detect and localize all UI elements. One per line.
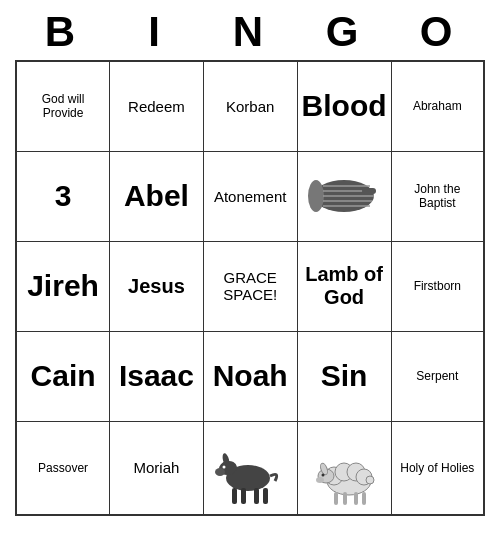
cell-r4-c1: Moriah xyxy=(110,421,204,515)
lamb-icon xyxy=(304,426,384,506)
donkey-icon xyxy=(210,426,290,506)
bingo-title: B I N G O xyxy=(15,0,485,60)
svg-rect-27 xyxy=(343,492,347,505)
svg-point-1 xyxy=(308,180,324,212)
svg-rect-12 xyxy=(232,488,237,504)
svg-rect-26 xyxy=(334,492,338,505)
cell-r1-c4: John the Baptist xyxy=(391,151,484,241)
cell-r0-c1: Redeem xyxy=(110,61,204,151)
svg-point-25 xyxy=(322,473,325,476)
cell-r2-c2: GRACE SPACE! xyxy=(203,241,297,331)
svg-rect-28 xyxy=(354,492,358,505)
title-g: G xyxy=(301,8,387,56)
svg-rect-7 xyxy=(362,188,376,194)
cell-r4-c0: Passover xyxy=(16,421,110,515)
cell-r1-c2: Atonement xyxy=(203,151,297,241)
cell-r4-c3 xyxy=(297,421,391,515)
cell-r3-c0: Cain xyxy=(16,331,110,421)
cell-r0-c3: Blood xyxy=(297,61,391,151)
cell-r1-c1: Abel xyxy=(110,151,204,241)
svg-point-30 xyxy=(366,476,374,484)
title-b: B xyxy=(19,8,105,56)
title-o: O xyxy=(395,8,481,56)
cell-r2-c3: Lamb of God xyxy=(297,241,391,331)
cell-r0-c4: Abraham xyxy=(391,61,484,151)
cell-r3-c1: Isaac xyxy=(110,331,204,421)
cell-r4-c2 xyxy=(203,421,297,515)
cell-r2-c4: Firstborn xyxy=(391,241,484,331)
title-n: N xyxy=(207,8,293,56)
log-icon xyxy=(302,176,387,216)
svg-point-16 xyxy=(223,465,226,468)
svg-point-10 xyxy=(215,468,225,476)
bingo-grid: God will ProvideRedeemKorbanBloodAbraham… xyxy=(15,60,485,516)
cell-r1-c3 xyxy=(297,151,391,241)
cell-r1-c0: 3 xyxy=(16,151,110,241)
cell-r0-c0: God will Provide xyxy=(16,61,110,151)
svg-point-23 xyxy=(316,477,324,483)
cell-r4-c4: Holy of Holies xyxy=(391,421,484,515)
cell-r3-c2: Noah xyxy=(203,331,297,421)
cell-r3-c4: Serpent xyxy=(391,331,484,421)
svg-rect-29 xyxy=(362,492,366,505)
svg-rect-13 xyxy=(241,488,246,504)
title-i: I xyxy=(113,8,199,56)
cell-r3-c3: Sin xyxy=(297,331,391,421)
svg-rect-15 xyxy=(263,488,268,504)
svg-rect-14 xyxy=(254,488,259,504)
cell-r2-c0: Jireh xyxy=(16,241,110,331)
cell-r0-c2: Korban xyxy=(203,61,297,151)
cell-r2-c1: Jesus xyxy=(110,241,204,331)
